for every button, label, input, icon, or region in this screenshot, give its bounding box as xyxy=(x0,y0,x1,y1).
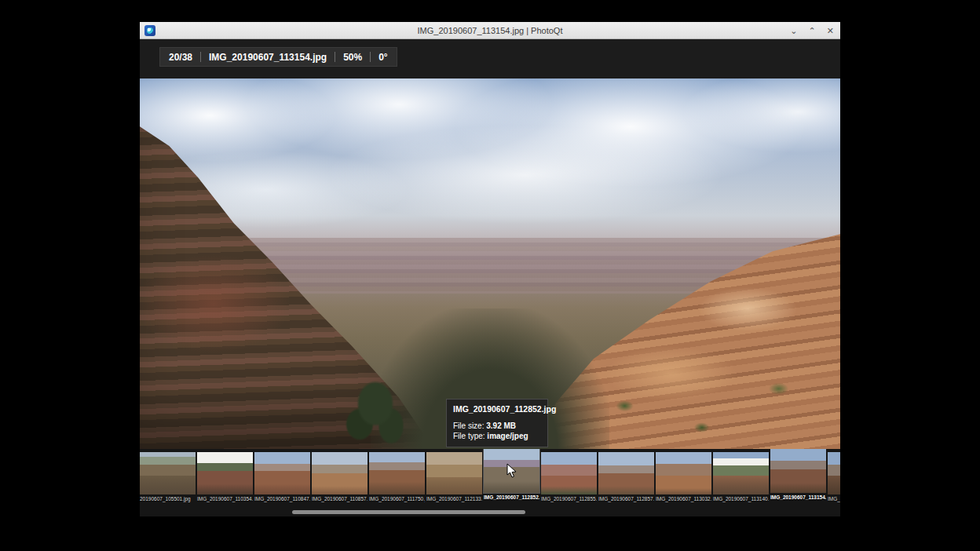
thumbnail-label: IMG_20190607_112855.jpg xyxy=(541,496,597,502)
tooltip-spacer xyxy=(453,414,541,421)
thumbnail-strip: 20190607_105501.jpg IMG_20190607_110354.… xyxy=(140,449,840,516)
thumbnail-label: IMG_20190607_113154.jpg xyxy=(770,494,826,501)
image-filename: IMG_20190607_113154.jpg xyxy=(209,52,327,63)
photoqt-logo-swirl xyxy=(147,27,153,34)
thumbnail-image[interactable] xyxy=(598,452,654,494)
thumbnail-image[interactable] xyxy=(197,452,253,494)
thumbnail-image[interactable] xyxy=(426,452,482,494)
thumbnail-item[interactable]: 20190607_105501.jpg xyxy=(140,452,196,502)
thumbnail-image[interactable] xyxy=(713,452,769,494)
maximize-button[interactable]: ⌃ xyxy=(809,22,816,39)
main-image[interactable] xyxy=(140,78,840,449)
thumbnail-label: IMG_20190607_112133.jpg xyxy=(426,496,482,502)
thumbnail-image[interactable] xyxy=(541,452,597,494)
tooltip-file-type: File type: image/jpeg xyxy=(453,431,541,441)
thumbnail-item[interactable]: IMG_20190607_110354.jpg xyxy=(197,452,253,502)
photoqt-window: IMG_20190607_113154.jpg | PhotoQt ⌄ ⌃ ✕ … xyxy=(140,22,840,516)
tree-silhouette xyxy=(336,367,415,449)
tooltip-file-size: File size: 3.92 MB xyxy=(453,421,541,431)
title-bar[interactable]: IMG_20190607_113154.jpg | PhotoQt ⌄ ⌃ ✕ xyxy=(140,22,840,39)
thumbnail-item[interactable]: IMG_20190607_112857.jpg xyxy=(598,452,654,502)
minimize-button[interactable]: ⌄ xyxy=(790,22,797,39)
window-controls: ⌄ ⌃ ✕ xyxy=(790,22,834,39)
thumbnail-image[interactable] xyxy=(656,452,711,494)
thumbnail-label: IMG_20190607_112857.jpg xyxy=(598,496,654,502)
thumbnail-item[interactable]: IMG_20190607_110857.jpg xyxy=(312,452,368,502)
thumbnail-label: IMG_20190607_113032.jpg xyxy=(656,496,711,502)
rotation-angle: 0° xyxy=(378,52,387,63)
image-counter: 20/38 xyxy=(169,52,192,63)
infobar-divider xyxy=(335,52,335,62)
thumbnail-label: IMG_201906 xyxy=(828,496,840,502)
thumbnail-label: IMG_20190607_112852.jpg xyxy=(484,494,539,501)
thumbnail-image[interactable] xyxy=(312,452,368,494)
thumbnail-label: IMG_20190607_111750.jpg xyxy=(369,496,425,502)
thumbnail-item[interactable]: IMG_20190607_111750.jpg xyxy=(369,452,425,502)
thumbnail-item[interactable]: IMG_20190607_113032.jpg xyxy=(656,452,711,502)
thumbnail-image[interactable] xyxy=(369,452,425,494)
infobar-divider xyxy=(370,52,371,62)
thumbnail-item[interactable]: IMG_20190607_113140.jpg xyxy=(713,452,769,502)
thumbnail-image[interactable] xyxy=(140,452,196,494)
thumbnail-item[interactable]: IMG_20190607_110847.jpg xyxy=(254,452,310,502)
photoqt-app-icon xyxy=(144,25,155,36)
close-button[interactable]: ✕ xyxy=(827,22,834,39)
thumbnail-image[interactable] xyxy=(254,452,310,494)
thumbnail-tooltip: IMG_20190607_112852.jpg File size: 3.92 … xyxy=(446,399,548,447)
thumbnail-label: 20190607_105501.jpg xyxy=(140,496,196,502)
thumbnail-label: IMG_20190607_110847.jpg xyxy=(254,496,310,502)
thumbnail-label: IMG_20190607_110354.jpg xyxy=(197,496,253,502)
thumbnail-item[interactable]: IMG_20190607_112855.jpg xyxy=(541,452,597,502)
thumbnail-label: IMG_20190607_113140.jpg xyxy=(713,496,769,502)
viewer-content: 20/38 IMG_20190607_113154.jpg 50% 0° IMG… xyxy=(140,39,840,516)
image-info-bar[interactable]: 20/38 IMG_20190607_113154.jpg 50% 0° xyxy=(159,47,397,67)
window-title: IMG_20190607_113154.jpg | PhotoQt xyxy=(140,26,840,35)
thumbnail-item[interactable]: IMG_20190607_113154.jpg xyxy=(770,449,826,501)
thumbnail-item[interactable]: IMG_201906 xyxy=(828,452,840,502)
zoom-level: 50% xyxy=(343,52,362,63)
thumbnail-scrollbar[interactable] xyxy=(292,510,525,514)
thumbnail-label: IMG_20190607_110857.jpg xyxy=(312,496,368,502)
thumbnail-image[interactable] xyxy=(770,449,826,493)
thumbnail-item[interactable]: IMG_20190607_112133.jpg xyxy=(426,452,482,502)
thumbnail-image[interactable] xyxy=(828,452,840,494)
tooltip-filename: IMG_20190607_112852.jpg xyxy=(453,404,541,414)
mouse-cursor xyxy=(506,463,518,479)
infobar-divider xyxy=(200,52,201,62)
